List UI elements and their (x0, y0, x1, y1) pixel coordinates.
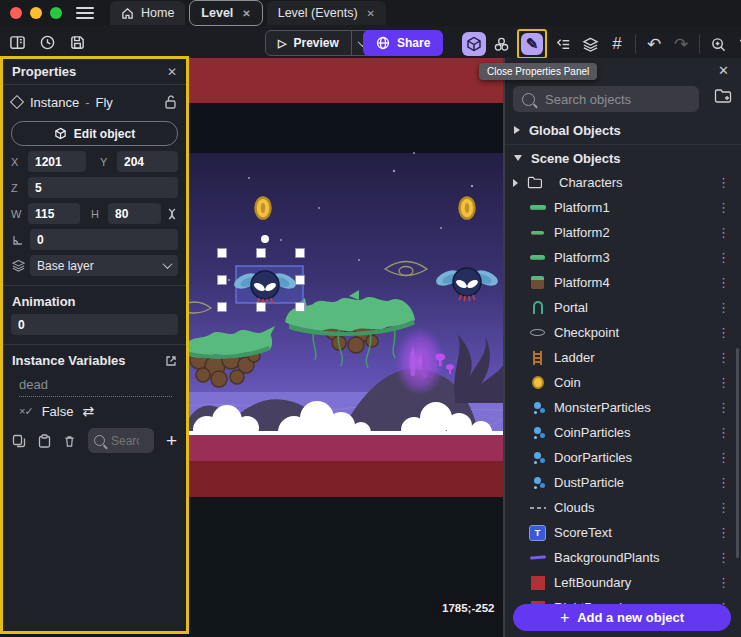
item-menu-icon[interactable]: ⋮ (717, 175, 730, 190)
width-input[interactable] (28, 203, 80, 224)
item-menu-icon[interactable]: ⋮ (717, 375, 730, 390)
scene-editor-canvas[interactable]: 1785;-252 (189, 58, 504, 637)
item-menu-icon[interactable]: ⋮ (717, 350, 730, 365)
object-item-backgroundplants[interactable]: BackgroundPlants⋮ (505, 545, 741, 570)
tab-level[interactable]: Level ✕ (189, 0, 262, 26)
3d-view-icon[interactable] (462, 32, 486, 56)
object-item-platform4[interactable]: Platform4⋮ (505, 270, 741, 295)
item-menu-icon[interactable]: ⋮ (717, 275, 730, 290)
variable-value[interactable]: False (42, 404, 74, 419)
open-variables-editor-icon[interactable] (165, 355, 177, 367)
add-new-object-button[interactable]: + Add a new object (513, 604, 731, 631)
item-menu-icon[interactable]: ⋮ (717, 225, 730, 240)
layer-select[interactable]: Base layer (30, 255, 178, 276)
item-menu-icon[interactable]: ⋮ (717, 450, 730, 465)
tab-level-events[interactable]: Level (Events) ✕ (267, 1, 386, 25)
item-menu-icon[interactable]: ⋮ (717, 200, 730, 215)
trash-icon[interactable] (733, 32, 741, 56)
x-input[interactable] (28, 151, 86, 172)
paste-icon[interactable] (38, 434, 51, 448)
object-item-clouds[interactable]: Clouds⋮ (505, 495, 741, 520)
minimize-window-button[interactable] (30, 7, 42, 19)
variables-search-input[interactable] (109, 433, 141, 449)
item-menu-icon[interactable]: ⋮ (717, 325, 730, 340)
menu-icon[interactable] (76, 7, 94, 19)
lock-ratio-icon[interactable] (166, 207, 178, 221)
coin-sprite[interactable] (256, 198, 271, 219)
toggle-value-icon[interactable]: ⇄ (82, 403, 94, 419)
z-input[interactable] (28, 177, 178, 198)
tab-label: Level (201, 6, 233, 20)
history-icon[interactable] (38, 33, 56, 51)
redo-icon[interactable]: ↷ (669, 32, 693, 56)
level-top-boundary[interactable] (189, 58, 504, 103)
window-controls (10, 7, 62, 19)
panels-layout-icon[interactable] (8, 33, 26, 51)
item-menu-icon[interactable]: ⋮ (717, 400, 730, 415)
edit-properties-icon[interactable]: ✎ (521, 33, 543, 55)
item-menu-icon[interactable]: ⋮ (717, 550, 730, 565)
item-menu-icon[interactable]: ⋮ (717, 525, 730, 540)
object-item-scoretext[interactable]: TScoreText⋮ (505, 520, 741, 545)
grid-icon[interactable]: # (605, 32, 629, 56)
item-menu-icon[interactable]: ⋮ (717, 425, 730, 440)
item-menu-icon[interactable]: ⋮ (717, 575, 730, 590)
undo-icon[interactable]: ↶ (642, 32, 666, 56)
object-item-coin[interactable]: Coin⋮ (505, 370, 741, 395)
height-input[interactable] (108, 203, 161, 224)
object-item-characters[interactable]: Characters ⋮ (505, 170, 741, 195)
object-item-dustparticle[interactable]: DustParticle⋮ (505, 470, 741, 495)
item-menu-icon[interactable]: ⋮ (717, 475, 730, 490)
animation-section-title: Animation (12, 294, 177, 309)
y-label: Y (100, 156, 112, 168)
animation-input[interactable] (11, 314, 178, 335)
group-scene-objects[interactable]: Scene Objects (505, 146, 741, 170)
item-menu-icon[interactable]: ⋮ (717, 250, 730, 265)
preview-button[interactable]: ▷ Preview (265, 30, 375, 56)
level-bottom-boundary[interactable] (189, 461, 504, 497)
objects-search-input[interactable] (543, 91, 723, 108)
object-item-leftboundary[interactable]: LeftBoundary⋮ (505, 570, 741, 595)
variables-search[interactable] (88, 428, 154, 453)
add-variable-icon[interactable]: + (166, 431, 177, 450)
edit-tool-highlight-box: ✎ (517, 29, 547, 59)
close-properties-icon[interactable]: ✕ (167, 65, 177, 79)
angle-input[interactable] (30, 229, 178, 250)
maximize-window-button[interactable] (50, 7, 62, 19)
coin-sprite[interactable] (460, 198, 475, 219)
object-item-ladder[interactable]: Ladder⋮ (505, 345, 741, 370)
item-menu-icon[interactable]: ⋮ (717, 500, 730, 515)
add-folder-icon[interactable] (714, 88, 732, 108)
group-global-objects[interactable]: Global Objects (505, 118, 741, 142)
edit-object-button[interactable]: Edit object (11, 121, 178, 146)
close-objects-panel-icon[interactable]: ✕ (718, 63, 729, 78)
object-groups-icon[interactable] (489, 32, 513, 56)
y-input[interactable] (117, 151, 178, 172)
object-item-checkpoint[interactable]: Checkpoint⋮ (505, 320, 741, 345)
object-item-portal[interactable]: Portal⋮ (505, 295, 741, 320)
tab-home[interactable]: Home (110, 1, 185, 25)
objects-scrollbar[interactable] (736, 348, 739, 558)
variable-name[interactable]: dead (19, 377, 172, 397)
save-icon[interactable] (68, 33, 86, 51)
gdevelop-editor-window: Home Level ✕ Level (Events) ✕ (0, 0, 741, 637)
layers-icon[interactable] (578, 32, 602, 56)
object-item-platform2[interactable]: Platform2⋮ (505, 220, 741, 245)
objects-search[interactable] (513, 86, 699, 112)
instances-list-icon[interactable] (551, 32, 575, 56)
object-item-coinparticles[interactable]: CoinParticles⋮ (505, 420, 741, 445)
zoom-icon[interactable] (706, 32, 730, 56)
object-item-monsterparticles[interactable]: MonsterParticles⋮ (505, 395, 741, 420)
object-item-platform1[interactable]: Platform1⋮ (505, 195, 741, 220)
unlock-icon[interactable] (164, 95, 177, 109)
close-tab-icon[interactable]: ✕ (242, 8, 250, 19)
object-item-platform3[interactable]: Platform3⋮ (505, 245, 741, 270)
delete-variable-icon[interactable] (63, 434, 76, 448)
rotation-handle[interactable] (261, 235, 269, 243)
copy-icon[interactable] (12, 434, 26, 448)
object-item-doorparticles[interactable]: DoorParticles⋮ (505, 445, 741, 470)
close-tab-icon[interactable]: ✕ (367, 8, 375, 19)
share-button[interactable]: Share (363, 30, 443, 56)
close-window-button[interactable] (10, 7, 22, 19)
item-menu-icon[interactable]: ⋮ (717, 300, 730, 315)
